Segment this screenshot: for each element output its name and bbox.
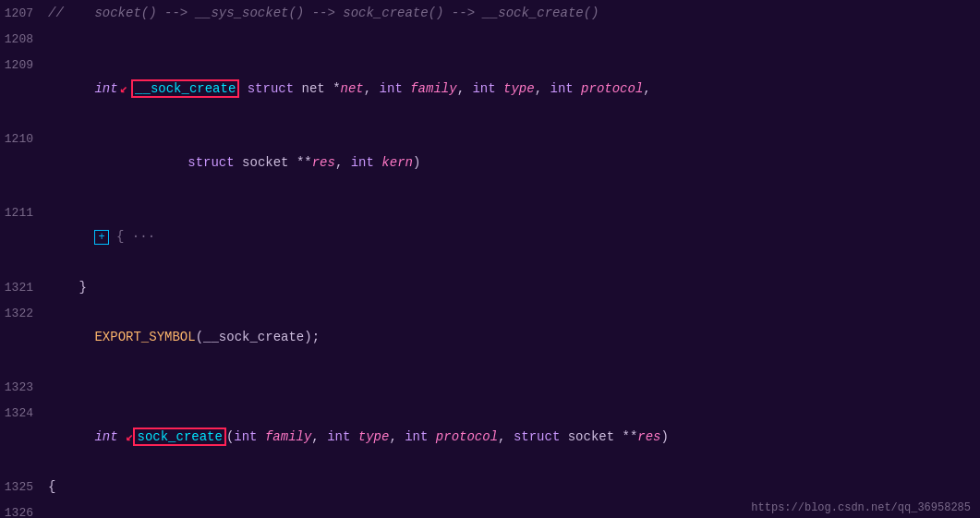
line-number: 1321 <box>0 281 48 295</box>
fn-name-sock-create2: sock_create <box>133 428 225 446</box>
line-number: 1209 <box>0 58 48 72</box>
line-content <box>48 375 55 399</box>
code-line-1208: 1208 <box>0 26 980 52</box>
code-line-1322: 1322 EXPORT_SYMBOL(__sock_create); <box>0 300 980 374</box>
line-content: EXPORT_SYMBOL(__sock_create); <box>48 301 320 373</box>
code-line-1325: 1325 { <box>0 474 980 500</box>
line-content: } <box>48 275 87 299</box>
collapse-toggle[interactable]: + <box>94 230 108 245</box>
code-line-1321: 1321 } <box>0 274 980 300</box>
fn-name-sock-create: __sock_create <box>131 79 239 98</box>
code-viewer: 1207 // socket() --> __sys_socket() --> … <box>0 0 980 518</box>
code-line-1323: 1323 <box>0 374 980 400</box>
line-content: // socket() --> __sys_socket() --> sock_… <box>48 1 599 25</box>
line-number: 1324 <box>0 406 48 420</box>
line-number: 1323 <box>0 380 48 394</box>
code-line-1210: 1210 struct socket **res, int kern) <box>0 126 980 199</box>
line-number: 1325 <box>0 480 48 494</box>
url-watermark: https://blog.csdn.net/qq_36958285 <box>751 500 971 514</box>
line-number: 1210 <box>0 132 48 146</box>
code-line-1207: 1207 // socket() --> __sys_socket() --> … <box>0 0 980 26</box>
line-content: return __sock_create(current->nsproxy->n… <box>48 500 739 518</box>
line-content: + { ··· <box>48 200 155 273</box>
line-number: 1326 <box>0 506 48 518</box>
code-line-1211: 1211 + { ··· <box>0 199 980 274</box>
line-content: struct socket **res, int kern) <box>48 126 420 199</box>
code-line-1209: 1209 int↙__sock_create struct net *net, … <box>0 52 980 126</box>
line-number: 1211 <box>0 206 48 220</box>
url-text: https://blog.csdn.net/qq_36958285 <box>751 501 971 514</box>
line-content: { <box>48 475 55 499</box>
line-number: 1322 <box>0 307 48 320</box>
line-number: 1207 <box>0 6 48 20</box>
line-content <box>48 27 55 51</box>
line-content: int ↙sock_create(int family, int type, i… <box>48 401 669 473</box>
line-content: int↙__sock_create struct net *net, int f… <box>48 53 651 125</box>
line-number: 1208 <box>0 32 48 46</box>
code-line-1324: 1324 int ↙sock_create(int family, int ty… <box>0 400 980 474</box>
